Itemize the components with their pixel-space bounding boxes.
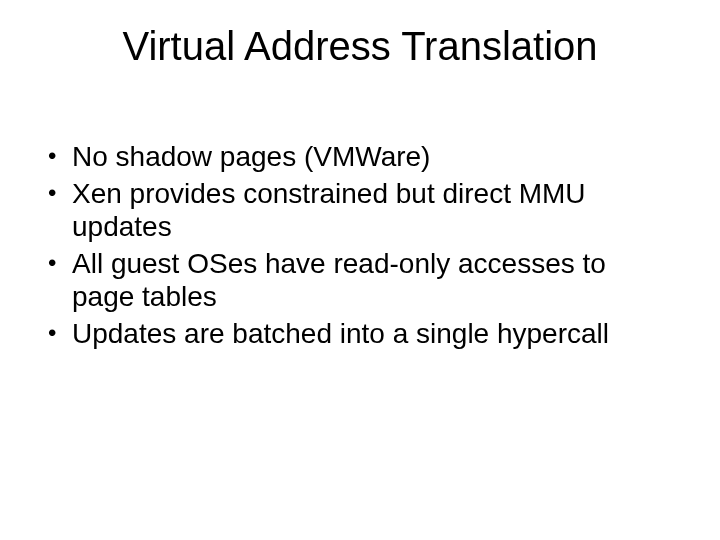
slide: Virtual Address Translation No shadow pa… [0, 0, 720, 540]
list-item: No shadow pages (VMWare) [44, 140, 660, 173]
slide-body: No shadow pages (VMWare) Xen provides co… [44, 140, 660, 354]
bullet-list: No shadow pages (VMWare) Xen provides co… [44, 140, 660, 350]
list-item: Updates are batched into a single hyperc… [44, 317, 660, 350]
list-item: All guest OSes have read-only accesses t… [44, 247, 660, 313]
list-item: Xen provides constrained but direct MMU … [44, 177, 660, 243]
slide-title: Virtual Address Translation [0, 24, 720, 69]
